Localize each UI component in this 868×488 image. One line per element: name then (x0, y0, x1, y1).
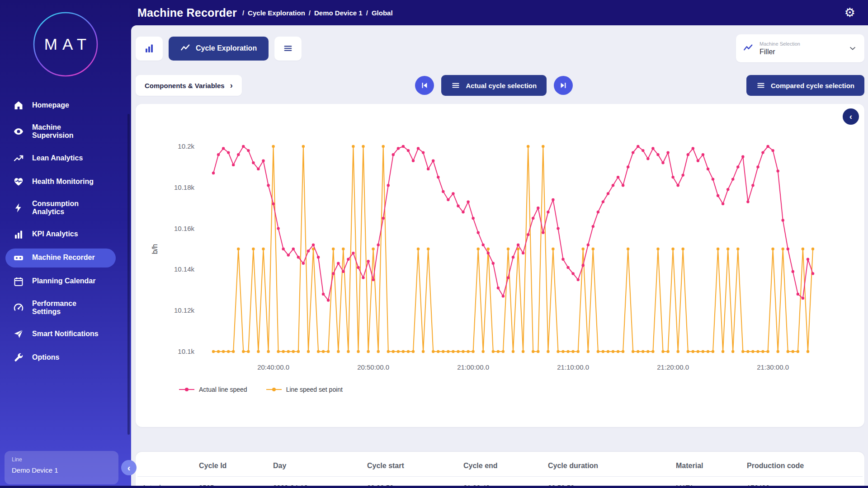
breadcrumb-separator: / (366, 9, 368, 17)
svg-text:21:30:00.0: 21:30:00.0 (757, 363, 789, 371)
mat-logo-icon: MAT (32, 11, 99, 78)
components-variables-label: Components & Variables (145, 82, 225, 89)
col-material: Material (676, 462, 747, 470)
compared-cycle-selection-button[interactable]: Compared cycle selection (746, 75, 864, 96)
breadcrumb-item-cycle-exploration[interactable]: Cycle Exploration (248, 9, 305, 17)
machine-selection-value: Filler (760, 48, 842, 56)
machine-selection-dropdown[interactable]: Machine Selection Filler (736, 34, 864, 62)
top-bar: Machine Recorder / Cycle Exploration / D… (131, 0, 868, 25)
page-title: Machine Recorder (137, 6, 237, 19)
line-value: Demo Device 1 (12, 466, 111, 474)
sidebar-item-label: Performance Settings (32, 300, 104, 316)
sidebar-item-planning-calendar[interactable]: Planning Calendar (5, 272, 116, 291)
main-area: Machine Recorder / Cycle Exploration / D… (131, 0, 868, 488)
legend-actual-line-speed[interactable]: Actual line speed (179, 386, 247, 393)
sidebar-item-homepage[interactable]: Homepage (5, 96, 116, 115)
col-cycle-id: Cycle Id (199, 462, 273, 470)
calendar-icon (13, 276, 24, 287)
breadcrumb: / Cycle Exploration / Demo Device 1 / Gl… (242, 9, 393, 17)
breadcrumb-separator: / (309, 9, 311, 17)
skip-back-icon (420, 81, 429, 90)
breadcrumb-item-demo-device[interactable]: Demo Device 1 (314, 9, 363, 17)
sidebar-item-performance-settings[interactable]: Performance Settings (5, 296, 116, 320)
gear-icon[interactable]: ⚙ (844, 7, 855, 19)
home-icon (13, 100, 24, 111)
sidebar-collapse-button[interactable]: ‹ (121, 460, 137, 475)
col-cycle-start: Cycle start (367, 462, 463, 470)
previous-cycle-button[interactable] (415, 76, 434, 95)
bar-chart-icon (144, 43, 155, 54)
horizontal-scrollbar[interactable] (0, 486, 868, 488)
cycle-exploration-label: Cycle Exploration (196, 44, 257, 52)
cycle-table-panel: Cycle Id Day Cycle start Cycle end Cycle… (136, 452, 864, 488)
sidebar-item-health-monitoring[interactable]: Health Monitoring (5, 172, 116, 191)
line-selector-card[interactable]: Line Demo Device 1 (5, 451, 118, 484)
svg-text:21:00:00.0: 21:00:00.0 (457, 363, 489, 371)
legend-marker (266, 389, 282, 390)
line-speed-chart: 10.1k10.12k10.14k10.16k10.18k10.2k20:40:… (146, 116, 850, 378)
sidebar-item-label: KPI Analytics (32, 230, 104, 238)
legend-label: Actual line speed (199, 386, 247, 393)
sidebar-scrollbar[interactable] (127, 114, 130, 435)
cycle-selection-group: Actual cycle selection (415, 75, 573, 96)
sidebar-item-label: Homepage (32, 101, 104, 109)
svg-text:20:40:00.0: 20:40:00.0 (257, 363, 289, 371)
sidebar-item-smart-notifications[interactable]: Smart Notifications (5, 324, 116, 343)
cycle-exploration-tab[interactable]: Cycle Exploration (169, 37, 269, 61)
send-icon (13, 328, 24, 339)
sidebar-item-options[interactable]: Options (5, 348, 116, 367)
chevron-down-icon (848, 44, 857, 53)
breadcrumb-item-global[interactable]: Global (372, 9, 393, 17)
trend-icon (13, 153, 24, 164)
gauge-icon (13, 302, 24, 313)
menu-view-button[interactable] (274, 37, 302, 61)
chart-collapse-button[interactable]: ‹ (843, 108, 859, 125)
breadcrumb-separator: / (242, 9, 244, 17)
compared-cycle-selection-label: Compared cycle selection (771, 82, 854, 89)
legend-line-speed-set-point[interactable]: Line speed set point (266, 386, 343, 393)
eye-icon (13, 126, 24, 137)
sidebar-item-label: Smart Notifications (32, 330, 104, 338)
components-variables-button[interactable]: Components & Variables › (136, 75, 242, 96)
view-toolbar: Cycle Exploration Machine Selection Fill… (136, 34, 864, 62)
col-production-code: Production code (747, 462, 863, 470)
svg-text:b/h: b/h (151, 244, 159, 254)
sidebar-item-label: Machine Recorder (32, 253, 104, 262)
col-row-label (137, 462, 199, 470)
svg-text:10.12k: 10.12k (174, 306, 195, 314)
actual-cycle-selection-label: Actual cycle selection (466, 82, 537, 89)
actual-cycle-selection-button[interactable]: Actual cycle selection (441, 75, 547, 96)
svg-text:10.14k: 10.14k (174, 265, 195, 273)
heart-icon (13, 176, 24, 187)
bar-chart-icon (13, 229, 24, 240)
sidebar-item-label: Health Monitoring (32, 178, 104, 186)
chart-panel: ‹ 10.1k10.12k10.14k10.16k10.18k10.2k20:4… (136, 104, 864, 427)
svg-text:20:50:00.0: 20:50:00.0 (357, 363, 389, 371)
sidebar-item-kpi-analytics[interactable]: KPI Analytics (5, 225, 116, 244)
content: Cycle Exploration Machine Selection Fill… (131, 25, 868, 488)
lightning-icon (13, 202, 24, 213)
sidebar-item-machine-supervision[interactable]: Machine Supervision (5, 119, 116, 144)
next-cycle-button[interactable] (554, 76, 573, 95)
sidebar-item-label: Options (32, 353, 104, 361)
logo-text: MAT (44, 35, 91, 53)
brand-logo: MAT (0, 0, 131, 78)
sidebar-item-label: Consumption Analytics (32, 200, 104, 216)
hamburger-icon (451, 81, 460, 90)
svg-text:10.16k: 10.16k (174, 225, 195, 232)
svg-text:21:10:00.0: 21:10:00.0 (557, 363, 589, 371)
hamburger-icon (756, 81, 765, 90)
col-cycle-duration: Cycle duration (548, 462, 676, 470)
sidebar-item-lean-analytics[interactable]: Lean Analytics (5, 149, 116, 168)
col-cycle-end: Cycle end (463, 462, 548, 470)
sidebar-item-label: Lean Analytics (32, 154, 104, 162)
chart-legend: Actual line speed Line speed set point (179, 386, 854, 393)
svg-text:21:20:00.0: 21:20:00.0 (657, 363, 689, 371)
sidebar-item-consumption-analytics[interactable]: Consumption Analytics (5, 196, 116, 221)
wrench-icon (13, 352, 24, 363)
sidebar: MAT Homepage Machine Supervision Lean An… (0, 0, 131, 488)
line-chart-icon (180, 43, 190, 53)
chart-view-button[interactable] (136, 37, 163, 61)
sidebar-item-machine-recorder[interactable]: Machine Recorder (5, 249, 116, 267)
chevron-right-icon: › (230, 81, 233, 90)
